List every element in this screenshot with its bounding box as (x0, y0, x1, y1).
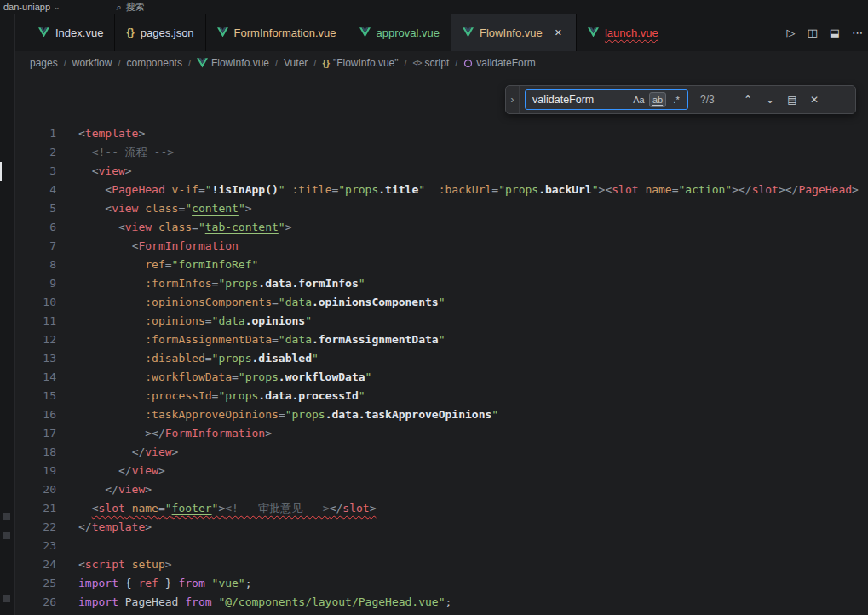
search-label: 搜索 (126, 1, 145, 14)
line-number: 23 (15, 537, 68, 555)
line-number: 13 (15, 349, 68, 368)
code-line[interactable]: 17 ></FormInformation> (15, 424, 868, 443)
vue-icon (38, 27, 49, 37)
code-text: :opinionsComponents="data.opinionsCompon… (68, 293, 445, 312)
tab-launch-vue[interactable]: launch.vue (577, 14, 670, 51)
tab-label: Index.vue (55, 26, 103, 39)
search-box[interactable]: ⌕ 搜索 (108, 1, 153, 13)
code-line[interactable]: 26import PageHead from "@/components/lay… (15, 593, 868, 612)
code-line[interactable]: 24<script setup> (15, 555, 868, 574)
code-line[interactable]: 1<template> (15, 124, 868, 143)
code-line[interactable]: 8 ref="formInfoRef" (15, 256, 868, 274)
code-line[interactable]: 13 :disabled="props.disabled" (15, 349, 868, 368)
code-line[interactable]: 11 :opinions="data.opinions" (15, 312, 868, 330)
breadcrumb-item--flowinfo-vue-[interactable]: {}"FlowInfo.vue" (322, 57, 398, 69)
whole-word-button[interactable]: ab (649, 92, 666, 107)
breadcrumb-item-validateform[interactable]: validateForm (463, 57, 535, 69)
code-line[interactable]: 18 </view> (15, 443, 868, 462)
line-number: 22 (15, 518, 68, 537)
find-input[interactable]: validateForm Aa ab .* (525, 89, 688, 110)
code-line[interactable]: 7 <FormInformation (15, 237, 868, 256)
breadcrumb-item-components[interactable]: components (127, 57, 182, 69)
breadcrumb-item-vuter[interactable]: Vuter (284, 57, 308, 69)
code-line[interactable]: 19 </view> (15, 462, 868, 480)
code-area[interactable]: 1<template>2 <!-- 流程 -->3 <view>4 <PageH… (15, 75, 868, 612)
breadcrumb-label: validateForm (476, 57, 535, 69)
match-case-button[interactable]: Aa (630, 92, 647, 107)
code-line[interactable]: 25import { ref } from "vue"; (15, 574, 868, 593)
code-line[interactable]: 12 :formAssignmentData="data.formAssignm… (15, 330, 868, 349)
code-line[interactable]: 14 :workflowData="props.workflowData" (15, 368, 868, 387)
editor[interactable]: › validateForm Aa ab .* ?/3 ⌃ ⌄ ▤ ✕ 1<te… (15, 75, 868, 615)
line-number: 9 (15, 274, 68, 293)
breadcrumb-separator: / (313, 58, 316, 68)
tab-index-vue[interactable]: Index.vue (27, 14, 115, 51)
code-text: import PageHead from "@/components/layou… (68, 593, 451, 612)
tab-label: FlowInfo.vue (480, 26, 543, 39)
breadcrumb-separator: / (275, 58, 278, 68)
line-number: 7 (15, 237, 68, 256)
breadcrumb-separator: / (405, 58, 407, 68)
tab-approval-vue[interactable]: approval.vue (348, 14, 451, 51)
code-line[interactable]: 22</template> (15, 518, 868, 537)
breadcrumb-item-flowinfo-vue[interactable]: FlowInfo.vue (197, 57, 269, 69)
vue-icon (197, 58, 208, 68)
split-editor-button[interactable]: ◫ (807, 26, 817, 39)
code-line[interactable]: 6 <view class="tab-content"> (15, 218, 868, 237)
toggle-replace-button[interactable]: › (506, 86, 520, 113)
code-line[interactable]: 4 <PageHead v-if="!isInApp()" :title="pr… (15, 181, 868, 199)
activity-icon-fragment (3, 532, 10, 539)
breadcrumb-label: "FlowInfo.vue" (333, 57, 399, 69)
code-line[interactable]: 21 <slot name="footer"><!-- 审批意见 --></sl… (15, 499, 868, 518)
code-line[interactable]: 5 <view class="content"> (15, 199, 868, 218)
code-text: :opinions="data.opinions" (68, 312, 312, 330)
line-number: 19 (15, 462, 68, 480)
find-in-selection-button[interactable]: ▤ (784, 91, 801, 108)
breadcrumb-item-pages[interactable]: pages (30, 57, 58, 69)
vue-icon (359, 27, 371, 37)
chevron-down-icon: ⌄ (54, 3, 60, 11)
run-button[interactable]: ▷ (786, 26, 795, 39)
code-line[interactable]: 10 :opinionsComponents="data.opinionsCom… (15, 293, 868, 312)
code-text: <!-- 流程 --> (68, 143, 174, 162)
code-line[interactable]: 3 <view> (15, 162, 868, 181)
toggle-panel-button[interactable]: ⬓ (830, 26, 840, 39)
breadcrumb-item-workflow[interactable]: workflow (72, 57, 112, 69)
more-actions-button[interactable]: ⋯ (852, 26, 863, 39)
code-text: <slot name="footer"><!-- 审批意见 --></slot> (68, 499, 376, 518)
code-line[interactable]: 2 <!-- 流程 --> (15, 143, 868, 162)
breadcrumb-item-script[interactable]: </>script (413, 57, 450, 69)
tab-pages-json[interactable]: {}pages.json (115, 14, 205, 51)
code-line[interactable]: 20 </view> (15, 480, 868, 499)
previous-match-button[interactable]: ⌃ (739, 91, 756, 108)
tab-forminformation-vue[interactable]: FormInformation.vue (206, 14, 348, 51)
editor-actions: ▷◫⬓⋯ (786, 14, 868, 51)
tab-flowinfo-vue[interactable]: FlowInfo.vue✕ (451, 14, 577, 51)
line-number: 26 (15, 593, 68, 612)
line-number: 4 (15, 181, 68, 199)
close-tab-icon[interactable]: ✕ (552, 26, 565, 39)
close-find-button[interactable]: ✕ (806, 91, 823, 108)
app-menu[interactable]: dan-uniapp ⌄ (0, 2, 60, 12)
code-line[interactable]: 23 (15, 537, 868, 555)
line-number: 6 (15, 218, 68, 237)
code-text: <script setup> (68, 555, 172, 574)
line-number: 25 (15, 574, 68, 593)
find-query[interactable]: validateForm (532, 94, 629, 106)
code-text: <template> (68, 124, 145, 143)
code-text: <view class="tab-content"> (68, 218, 291, 237)
code-line[interactable]: 15 :processId="props.data.processId" (15, 387, 868, 405)
code-text: <view> (68, 162, 132, 181)
regex-button[interactable]: .* (668, 92, 685, 107)
line-number: 3 (15, 162, 68, 181)
code-text: :taskApproveOpinions="props.data.taskApp… (68, 405, 498, 424)
code-line[interactable]: 16 :taskApproveOpinions="props.data.task… (15, 405, 868, 424)
line-number: 2 (15, 143, 68, 162)
next-match-button[interactable]: ⌄ (762, 91, 779, 108)
search-icon: ⌕ (117, 2, 122, 13)
code-line[interactable]: 9 :formInfos="props.data.formInfos" (15, 274, 868, 293)
activity-bar[interactable] (0, 14, 15, 615)
code-text: :formAssignmentData="data.formAssignment… (68, 330, 445, 349)
tab-label: pages.json (141, 26, 194, 39)
code-text: :formInfos="props.data.formInfos" (68, 274, 365, 293)
